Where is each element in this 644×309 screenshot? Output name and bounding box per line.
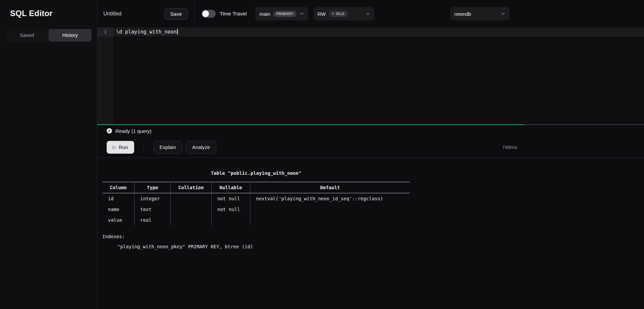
saved-history-segmented-control: Saved History [5, 29, 92, 42]
table-header-cell: Default [250, 182, 410, 193]
table-row: valuereal [102, 215, 410, 225]
table-cell [170, 215, 211, 225]
table-cell: id [102, 193, 134, 204]
query-title: Untitled [103, 11, 121, 17]
explain-button[interactable]: Explain [153, 141, 182, 154]
query-duration: 748ms [502, 144, 517, 150]
line-number-gutter [97, 28, 113, 124]
query-title-group: Untitled Save [97, 0, 194, 28]
play-icon: ▷ [113, 145, 116, 149]
table-cell: not null [211, 193, 250, 204]
sql-editor-app: SQL Editor Saved History Untitled Save T… [0, 0, 644, 309]
compute-status-text: IDLE [336, 12, 345, 16]
indexes-label: Indexes: [102, 231, 410, 242]
table-cell: text [134, 204, 170, 215]
table-cell [170, 193, 211, 204]
page-title: SQL Editor [0, 0, 97, 24]
table-header-cell: Column [102, 182, 134, 193]
analyze-button[interactable]: Analyze [186, 141, 216, 154]
sidebar: SQL Editor Saved History [0, 0, 97, 309]
table-cell [250, 204, 410, 215]
compute-selector[interactable]: RW ● IDLE [314, 7, 374, 20]
database-selector[interactable]: neondb [450, 7, 509, 20]
database-name: neondb [454, 11, 471, 17]
table-cell: nextval('playing_with_neon_id_seq'::regc… [250, 193, 410, 204]
results-content: Table "public.playing_with_neon" ColumnT… [102, 170, 410, 252]
chevron-down-icon [366, 11, 370, 16]
branch-primary-badge: PRIMARY [273, 11, 297, 17]
tab-history[interactable]: History [49, 29, 92, 42]
table-header-row: ColumnTypeCollationNullableDefault [102, 182, 410, 193]
table-header-cell: Type [134, 182, 170, 193]
result-table-title: Table "public.playing_with_neon" [102, 170, 410, 176]
tab-saved[interactable]: Saved [5, 29, 49, 42]
table-row: idintegernot nullnextval('playing_with_n… [102, 193, 410, 204]
line-number: 1 [97, 28, 113, 37]
run-button[interactable]: ▷ Run [107, 141, 134, 154]
save-button[interactable]: Save [164, 8, 188, 20]
query-toolbar: ▷ Run Explain Analyze 748ms [97, 137, 644, 158]
toolbar-divider [144, 141, 144, 154]
check-circle-icon: ✓ [107, 128, 112, 134]
table-row: nametextnot null [102, 204, 410, 215]
time-travel-toggle[interactable] [202, 10, 216, 18]
toggle-knob [202, 10, 209, 17]
code-line[interactable]: \d playing_with_neon [116, 28, 178, 37]
status-bar: ✓ Ready (1 query) [97, 125, 644, 137]
table-header-cell: Nullable [211, 182, 250, 193]
chevron-down-icon [501, 11, 505, 16]
branch-name: main [259, 11, 270, 17]
active-line-highlight [97, 28, 644, 37]
table-cell: not null [211, 204, 250, 215]
sql-code-editor[interactable]: 1 \d playing_with_neon [97, 28, 644, 124]
table-cell: name [102, 204, 134, 215]
query-results-panel: Table "public.playing_with_neon" ColumnT… [97, 158, 644, 309]
compute-name: RW [318, 11, 326, 17]
table-header-cell: Collation [170, 182, 211, 193]
chevron-down-icon [300, 11, 304, 16]
table-cell [211, 215, 250, 225]
branch-selector[interactable]: main PRIMARY [255, 7, 308, 20]
compute-status-badge: ● IDLE [329, 11, 347, 17]
table-cell: integer [134, 193, 170, 204]
result-table: ColumnTypeCollationNullableDefault idint… [102, 182, 410, 225]
status-dot-icon: ● [332, 12, 334, 15]
table-body: idintegernot nullnextval('playing_with_n… [102, 193, 410, 225]
time-travel-label: Time Travel [220, 11, 247, 17]
index-definition: "playing_with_neon_pkey" PRIMARY KEY, bt… [102, 242, 410, 252]
code-text: \d playing_with_neon [116, 29, 177, 35]
table-cell: real [134, 215, 170, 225]
indexes-list: "playing_with_neon_pkey" PRIMARY KEY, bt… [102, 242, 410, 252]
table-cell [170, 204, 211, 215]
table-cell [250, 215, 410, 225]
header-divider [194, 0, 194, 28]
main-panel: Untitled Save Time Travel main PRIMARY R… [97, 0, 644, 309]
table-cell: value [102, 215, 134, 225]
run-button-label: Run [119, 144, 128, 150]
ready-status-text: Ready (1 query) [115, 128, 152, 134]
top-bar: Untitled Save Time Travel main PRIMARY R… [97, 0, 644, 28]
text-cursor [177, 29, 178, 35]
